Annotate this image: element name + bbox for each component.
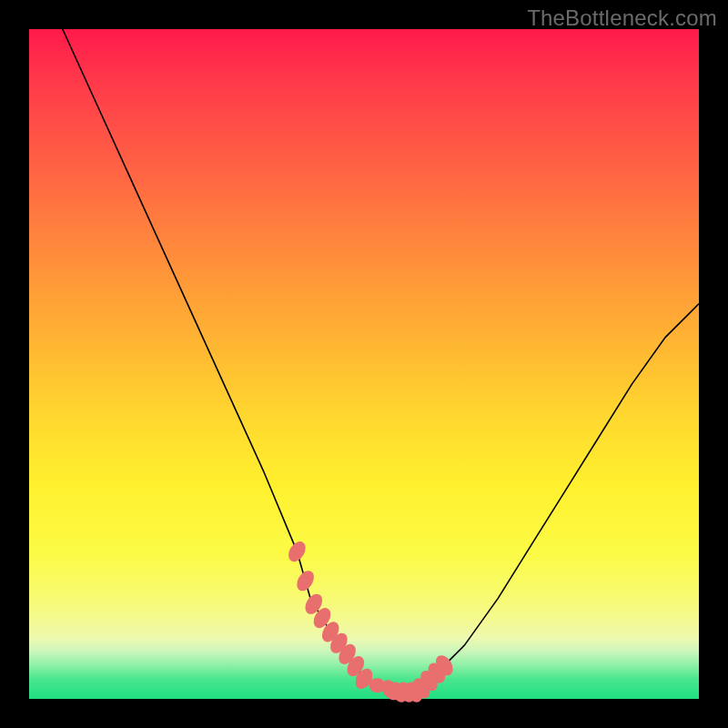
bead — [293, 568, 317, 594]
chart-svg — [29, 29, 699, 699]
bead — [285, 539, 308, 565]
bead — [396, 685, 412, 700]
watermark-text: TheBottleneck.com — [527, 5, 717, 31]
chart-frame: TheBottleneck.com — [0, 0, 728, 728]
bottleneck-curve — [29, 0, 699, 693]
bead-cluster — [285, 539, 456, 705]
plot-area — [29, 29, 699, 699]
